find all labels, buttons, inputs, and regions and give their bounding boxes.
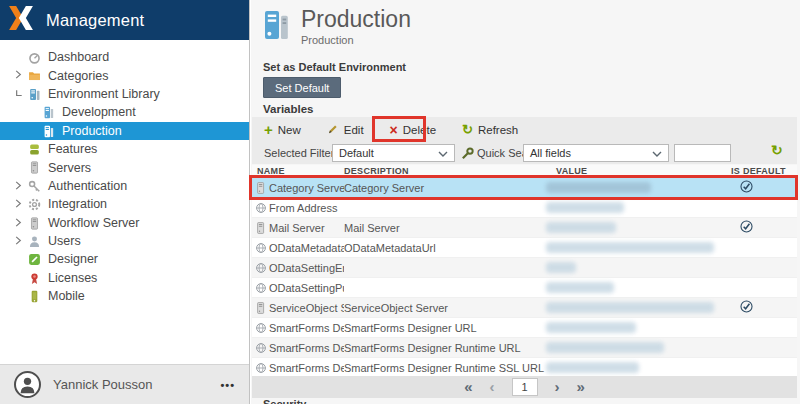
sidebar-item-label: Development [62,105,136,119]
variable-name: SmartForms Desig... [269,322,344,334]
variables-grid-toolbar: + New Edit × Delete [252,117,797,164]
delete-button[interactable]: × Delete [390,124,436,136]
sidebar-item-designer[interactable]: Designer [0,250,249,268]
table-body: Category ServerCategory ServerFrom Addre… [252,178,797,378]
environment-icon [42,106,55,119]
sidebar-header: Management [0,0,249,40]
column-header-is-default[interactable]: IS DEFAULT [726,166,797,176]
previous-page-button[interactable]: ‹ [490,378,495,396]
filter-row: Selected Filter: Default Quick Search: A… [252,142,797,164]
variable-name: ODataSettingPublis... [269,282,344,294]
first-page-button[interactable]: « [464,378,472,396]
variable-name: ODataMetadataUrl [269,242,344,254]
variables-heading: Variables [263,103,314,115]
table-row[interactable]: Category ServerCategory Server [252,178,797,198]
sidebar-footer: Yannick Pousson ••• [0,364,249,404]
chevron-right-icon[interactable] [13,180,25,192]
selected-filter-label: Selected Filter: [264,147,337,159]
variable-value-redacted [546,202,726,213]
table-row[interactable]: Mail ServerMail Server [252,218,797,238]
sidebar-item-label: Designer [48,252,98,266]
gauge-icon [28,51,41,64]
features-icon [28,143,41,156]
chevron-right-icon[interactable] [13,198,25,210]
variable-name: ServiceObject Server [269,302,344,314]
variable-value-redacted [546,302,726,313]
variable-description: Category Server [344,182,546,194]
sidebar-item-mobile[interactable]: Mobile [0,287,249,305]
row-field-icon [252,362,269,374]
folder-icon [28,69,41,82]
column-header-name[interactable]: NAME [252,166,344,176]
set-default-button[interactable]: Set Default [263,77,341,98]
sidebar-item-servers[interactable]: Servers [0,158,249,176]
variable-name: Mail Server [269,222,344,234]
quick-search-field-dropdown[interactable]: All fields [523,144,669,162]
sidebar-item-licenses[interactable]: Licenses [0,269,249,287]
table-row[interactable]: ODataSettingPublis... [252,278,797,298]
variable-name: SmartForms Desig... [269,362,344,374]
chevron-right-icon[interactable] [13,69,25,81]
chevron-right-icon[interactable] [13,217,25,229]
sidebar-item-users[interactable]: Users [0,232,249,250]
table-row[interactable]: SmartForms Desig...SmartForms Designer R… [252,358,797,378]
next-page-button[interactable]: › [555,378,560,396]
table-row[interactable]: SmartForms Desig...SmartForms Designer R… [252,338,797,358]
mobile-icon [28,290,41,303]
check-icon [740,220,753,235]
variable-name: From Address [269,202,344,214]
variable-name: Category Server [269,182,344,194]
search-input[interactable] [674,144,731,162]
page-title: Production [301,6,411,32]
variable-value-redacted [546,362,726,373]
table-row[interactable]: ODataMetadataUrlODataMetadataUrl [252,238,797,258]
chevron-right-icon[interactable] [13,235,25,247]
table-row[interactable]: From Address [252,198,797,218]
wrench-icon[interactable] [461,146,474,164]
sidebar-item-categories[interactable]: Categories [0,66,249,84]
designer-icon [28,253,41,266]
pencil-icon [327,123,339,137]
sidebar-item-development[interactable]: Development [0,103,249,121]
variable-value-redacted [546,282,726,293]
variable-value-redacted [546,182,726,193]
column-header-description[interactable]: DESCRIPTION [344,166,546,176]
environment-large-icon [263,9,291,41]
sidebar-item-authentication[interactable]: Authentication [0,177,249,195]
variable-description: Mail Server [344,222,546,234]
license-icon [28,272,41,285]
edit-button[interactable]: Edit [327,123,364,137]
sidebar-item-integration[interactable]: Integration [0,195,249,213]
chevron-down-icon [652,147,662,159]
collapse-icon[interactable] [13,88,25,100]
server-icon [28,217,41,230]
sidebar-item-dashboard[interactable]: Dashboard [0,48,249,66]
avatar[interactable] [14,371,41,398]
table-row[interactable]: ODataSettingEnabl... [252,258,797,278]
sidebar-item-features[interactable]: Features [0,140,249,158]
column-header-value[interactable]: VALUE [546,166,726,176]
variable-value-redacted [546,242,726,253]
sidebar-item-label: Authentication [48,179,127,193]
sidebar-item-production[interactable]: Production [0,122,249,140]
sidebar-item-workflow-server[interactable]: Workflow Server [0,214,249,232]
check-icon [740,300,753,315]
sidebar-item-label: Dashboard [48,50,109,64]
grid-refresh-icon[interactable]: ↻ [771,145,783,156]
variable-value-redacted [546,222,726,233]
last-page-button[interactable]: » [577,378,585,396]
refresh-button[interactable]: ↻ Refresh [462,124,518,136]
new-button[interactable]: + New [264,124,301,136]
row-field-icon [252,202,269,214]
table-row[interactable]: SmartForms Desig...SmartForms Designer U… [252,318,797,338]
selected-filter-dropdown[interactable]: Default [332,144,455,162]
user-name: Yannick Pousson [53,377,220,392]
more-options-button[interactable]: ••• [220,379,235,391]
current-page-indicator: 1 [512,378,538,396]
plus-icon: + [264,125,273,135]
gear-icon [28,198,41,211]
is-default-cell [726,300,797,315]
sidebar-item-environment-library[interactable]: Environment Library [0,85,249,103]
table-row[interactable]: ServiceObject ServerServiceObject Server [252,298,797,318]
library-icon [28,88,41,101]
